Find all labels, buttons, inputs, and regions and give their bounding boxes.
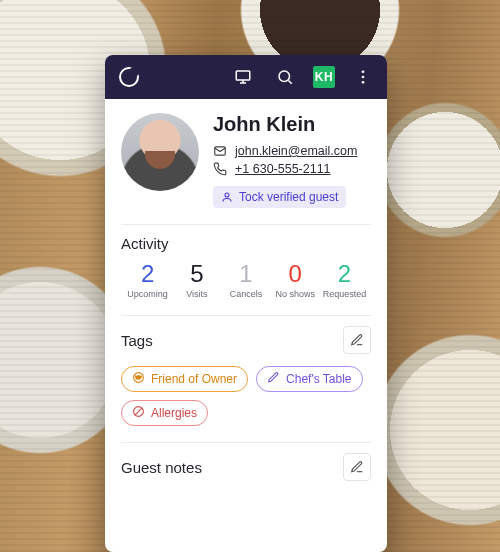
divider: [121, 442, 371, 443]
svg-point-3: [279, 71, 290, 82]
tag-label: Chef's Table: [286, 372, 351, 386]
app-logo-button[interactable]: [115, 63, 143, 91]
activity-stat[interactable]: 2Upcoming: [123, 262, 172, 299]
divider: [121, 315, 371, 316]
tag-chip[interactable]: Allergies: [121, 400, 208, 426]
stat-label: Cancels: [221, 289, 270, 299]
activity-stat[interactable]: 1Cancels: [221, 262, 270, 299]
tock-logo-icon: [119, 67, 139, 87]
display-mode-button[interactable]: [229, 63, 257, 91]
stat-value: 2: [123, 262, 172, 286]
divider: [121, 224, 371, 225]
svg-point-6: [362, 76, 365, 79]
tags-list: VIPFriend of OwnerChef's TableAllergies: [121, 366, 371, 426]
app-topbar: KH: [105, 55, 387, 99]
activity-title: Activity: [121, 235, 169, 252]
display-icon: [234, 68, 252, 86]
svg-point-9: [225, 193, 229, 197]
tag-label: Allergies: [151, 406, 197, 420]
activity-stat[interactable]: 2Requested: [320, 262, 369, 299]
svg-rect-0: [236, 71, 250, 80]
profile-header: John Klein john.klein@email.com +1 630-5…: [121, 113, 371, 208]
kebab-icon: [354, 68, 372, 86]
tag-chip[interactable]: VIPFriend of Owner: [121, 366, 248, 392]
stat-value: 1: [221, 262, 270, 286]
edit-tags-button[interactable]: [343, 326, 371, 354]
phone-link[interactable]: +1 630-555-2111: [235, 162, 331, 176]
stat-label: No shows: [271, 289, 320, 299]
person-icon: [221, 191, 233, 203]
guest-profile-card: KH John Klein john.klein@email.com +1 63…: [105, 55, 387, 552]
guest-notes-title: Guest notes: [121, 459, 202, 476]
tags-title: Tags: [121, 332, 153, 349]
edit-notes-button[interactable]: [343, 453, 371, 481]
module-badge[interactable]: KH: [313, 66, 335, 88]
stat-value: 2: [320, 262, 369, 286]
phone-icon: [213, 162, 227, 176]
stat-value: 0: [271, 262, 320, 286]
stat-value: 5: [172, 262, 221, 286]
avatar[interactable]: [121, 113, 199, 191]
guest-name: John Klein: [213, 113, 371, 136]
no-icon: [132, 405, 145, 421]
pencil-icon: [267, 371, 280, 387]
verified-badge: Tock verified guest: [213, 186, 346, 208]
pencil-icon: [350, 333, 364, 347]
tag-label: Friend of Owner: [151, 372, 237, 386]
activity-stat[interactable]: 5Visits: [172, 262, 221, 299]
svg-point-7: [362, 81, 365, 84]
phone-row: +1 630-555-2111: [213, 162, 371, 176]
search-icon: [276, 68, 294, 86]
svg-point-5: [362, 70, 365, 73]
stat-label: Requested: [320, 289, 369, 299]
tag-chip[interactable]: Chef's Table: [256, 366, 362, 392]
stat-label: Visits: [172, 289, 221, 299]
mail-icon: [213, 144, 227, 158]
pencil-icon: [350, 460, 364, 474]
search-button[interactable]: [271, 63, 299, 91]
svg-line-4: [288, 80, 291, 83]
activity-stat[interactable]: 0No shows: [271, 262, 320, 299]
overflow-menu-button[interactable]: [349, 63, 377, 91]
vip-icon: VIP: [132, 371, 145, 387]
email-row: john.klein@email.com: [213, 144, 371, 158]
stat-label: Upcoming: [123, 289, 172, 299]
svg-text:VIP: VIP: [135, 376, 142, 380]
activity-stats: 2Upcoming5Visits1Cancels0No shows2Reques…: [121, 262, 371, 299]
verified-label: Tock verified guest: [239, 190, 338, 204]
email-link[interactable]: john.klein@email.com: [235, 144, 357, 158]
svg-line-13: [135, 408, 143, 416]
